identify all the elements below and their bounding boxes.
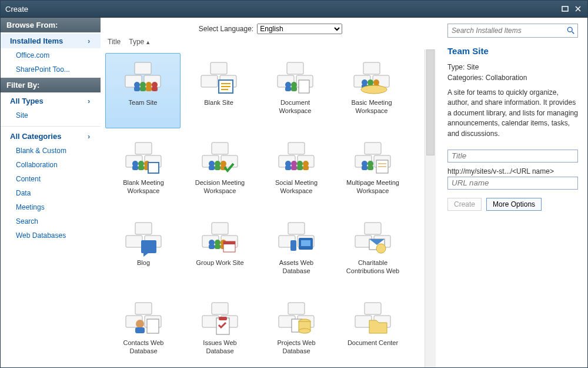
template-tile[interactable]: Assets Web Database xyxy=(258,213,335,290)
sidebar: Browse From: Installed Items›Office.comS… xyxy=(1,18,101,367)
doc-ws-icon xyxy=(272,58,319,99)
sidebar-item[interactable]: Site xyxy=(1,108,101,122)
url-input[interactable] xyxy=(447,177,578,190)
main-area: Select Language: English Title Type▲ Tea… xyxy=(101,18,440,367)
sidebar-item[interactable]: Collaboration xyxy=(1,158,101,172)
close-icon[interactable] xyxy=(573,5,583,13)
tile-label: Blog xyxy=(133,259,153,267)
svg-rect-80 xyxy=(141,240,156,253)
svg-rect-7 xyxy=(140,87,146,91)
more-options-button[interactable]: More Options xyxy=(486,198,542,211)
template-tile[interactable]: Multipage Meeting Workspace xyxy=(335,133,411,210)
svg-rect-37 xyxy=(135,142,152,154)
svg-rect-92 xyxy=(223,241,235,244)
search-box[interactable] xyxy=(447,24,578,38)
multi-mtg-icon xyxy=(349,138,396,179)
svg-rect-0 xyxy=(562,6,568,11)
tile-label: Group Work Site xyxy=(192,259,247,267)
blank-mtg-icon xyxy=(120,138,167,179)
contacts-icon xyxy=(120,298,167,339)
template-tile[interactable]: Group Work Site xyxy=(182,213,258,290)
template-tile[interactable]: Document Center xyxy=(335,293,411,367)
sidebar-item[interactable]: Office.com xyxy=(1,48,101,62)
maximize-icon[interactable] xyxy=(560,5,570,13)
titlebar: Create xyxy=(1,1,587,18)
template-tile[interactable]: Blog xyxy=(105,213,182,290)
col-type[interactable]: Type▲ xyxy=(129,38,151,46)
svg-rect-25 xyxy=(291,87,297,91)
tile-label: Team Site xyxy=(125,99,161,107)
svg-rect-82 xyxy=(212,223,228,234)
sidebar-item[interactable]: Search xyxy=(1,214,101,228)
template-tile[interactable]: Blank Meeting Workspace xyxy=(105,133,182,210)
language-select[interactable]: English xyxy=(257,24,342,34)
tile-label: Contacts Web Database xyxy=(120,339,168,356)
svg-rect-11 xyxy=(152,87,158,91)
svg-point-108 xyxy=(136,320,144,328)
svg-rect-19 xyxy=(287,62,303,74)
template-tile[interactable]: Social Meeting Workspace xyxy=(258,133,335,210)
sidebar-item-label: Site xyxy=(16,111,28,120)
svg-rect-115 xyxy=(219,317,227,320)
sidebar-item[interactable]: Blank & Custom xyxy=(1,144,101,158)
search-input[interactable] xyxy=(450,26,567,35)
title-input[interactable] xyxy=(447,150,578,163)
tile-label: Charitable Contributions Web xyxy=(343,259,403,276)
svg-rect-46 xyxy=(148,163,159,173)
svg-rect-116 xyxy=(288,303,305,314)
svg-rect-109 xyxy=(135,327,145,333)
sidebar-item[interactable]: Content xyxy=(1,172,101,186)
svg-rect-26 xyxy=(299,80,309,93)
detail-type-label: Type: xyxy=(447,63,465,71)
svg-rect-51 xyxy=(209,165,215,170)
sidebar-item-label: Office.com xyxy=(16,51,49,59)
sidebar-item-label: Content xyxy=(16,175,41,183)
template-tile[interactable]: Issues Web Database xyxy=(182,293,258,367)
svg-rect-23 xyxy=(285,87,291,91)
basic-mtg-icon xyxy=(348,58,395,99)
sidebar-item-label: Web Databases xyxy=(16,231,66,240)
search-icon[interactable] xyxy=(567,26,575,35)
sidebar-item[interactable]: SharePoint Too... xyxy=(1,62,101,77)
svg-rect-1 xyxy=(135,62,151,74)
sidebar-item[interactable]: All Types› xyxy=(1,94,101,108)
svg-rect-111 xyxy=(212,303,228,314)
tile-label: Multipage Meeting Workspace xyxy=(343,179,403,195)
create-button[interactable]: Create xyxy=(447,198,482,211)
svg-rect-123 xyxy=(365,303,381,314)
window-title: Create xyxy=(5,5,557,14)
detail-description: A site for teams to quickly organize, au… xyxy=(447,88,578,139)
svg-rect-43 xyxy=(138,165,144,170)
sidebar-item[interactable]: Meetings xyxy=(1,200,101,214)
dec-mtg-icon xyxy=(196,138,243,179)
filter-by-header: Filter By: xyxy=(1,78,101,92)
svg-point-104 xyxy=(376,244,386,253)
sidebar-item[interactable]: Web Databases xyxy=(1,228,101,243)
sidebar-item[interactable]: All Categories› xyxy=(1,129,101,144)
scrollbar-thumb[interactable] xyxy=(426,49,435,155)
detail-type-value: Site xyxy=(467,63,479,71)
template-tile[interactable]: Basic Meeting Workspace xyxy=(333,53,410,130)
tile-label: Blank Meeting Workspace xyxy=(119,179,168,195)
svg-rect-64 xyxy=(297,165,303,170)
sidebar-item[interactable]: Data xyxy=(1,186,101,200)
template-tile[interactable]: Contacts Web Database xyxy=(105,293,182,367)
col-title[interactable]: Title xyxy=(108,38,121,46)
sidebar-item-label: SharePoint Too... xyxy=(16,65,70,74)
template-tile[interactable]: Projects Web Database xyxy=(258,293,335,367)
scrollbar[interactable] xyxy=(425,49,436,367)
template-tile[interactable]: Team Site xyxy=(105,53,181,128)
sidebar-item-label: All Types xyxy=(10,97,44,105)
tile-label: Projects Web Database xyxy=(273,339,319,356)
svg-rect-53 xyxy=(215,165,220,170)
svg-rect-56 xyxy=(288,142,305,154)
template-tile[interactable]: Blank Site xyxy=(181,53,257,130)
detail-cat-value: Collaboration xyxy=(486,74,527,82)
template-tile[interactable]: Charitable Contributions Web xyxy=(335,213,411,290)
sidebar-item-label: Search xyxy=(16,217,38,226)
sidebar-item[interactable]: Installed Items› xyxy=(1,34,101,48)
svg-rect-13 xyxy=(201,75,218,87)
detail-title: Team Site xyxy=(447,46,578,56)
template-tile[interactable]: Decision Meeting Workspace xyxy=(182,133,258,210)
template-tile[interactable]: Document Workspace xyxy=(257,53,333,130)
